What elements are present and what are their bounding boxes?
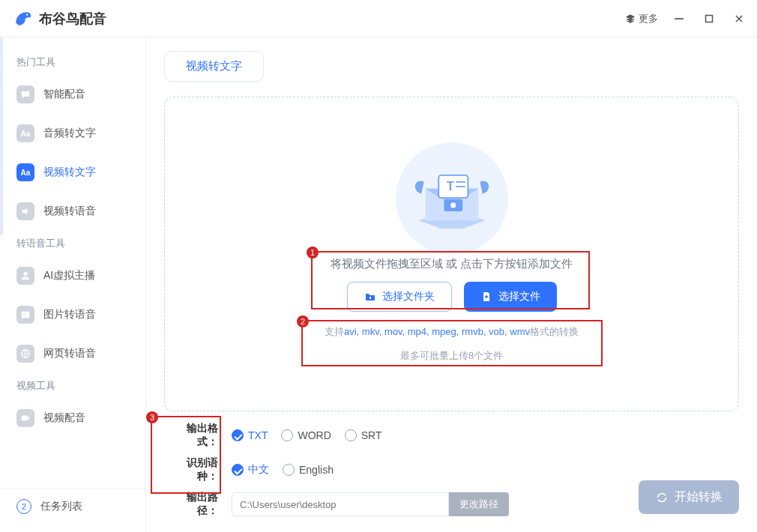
sidebar-item-label: 网页转语音 [43, 347, 96, 360]
label-language: 识别语种： [167, 456, 218, 483]
app-logo: 布谷鸟配音 [12, 8, 106, 29]
tab-video-to-text[interactable]: 视频转文字 [164, 51, 264, 82]
svg-rect-4 [22, 312, 30, 318]
sound-icon [16, 202, 34, 220]
folder-icon [364, 291, 376, 303]
bird-icon [12, 8, 33, 29]
sidebar: 热门工具 智能配音 音频转文字 视频转文字 视频转语音 转语音工具 AI虚拟主播… [0, 37, 146, 532]
titlebar: 布谷鸟配音 更多 [0, 0, 757, 37]
minimize-button[interactable] [673, 13, 685, 25]
change-path-button[interactable]: 更改路径 [449, 492, 509, 516]
sidebar-item-video-to-text[interactable]: 视频转文字 [0, 153, 145, 192]
svg-point-5 [23, 313, 25, 315]
image-icon [16, 306, 34, 324]
sidebar-item-audio-to-text[interactable]: 音频转文字 [0, 114, 145, 153]
row-language: 识别语种： 中文 English [167, 456, 739, 483]
label-output-format: 输出格式： [167, 422, 218, 449]
task-count-badge: 2 [16, 499, 31, 514]
section-hot-tools: 热门工具 [0, 49, 145, 75]
radio-txt[interactable]: TXT [232, 429, 268, 441]
radio-srt[interactable]: SRT [345, 429, 382, 441]
sidebar-item-label: 视频转语音 [43, 205, 96, 218]
svg-text:T: T [446, 180, 453, 193]
radio-english[interactable]: English [283, 464, 334, 476]
sidebar-item-label: 图片转语音 [43, 308, 96, 321]
select-file-button[interactable]: 选择文件 [464, 282, 557, 312]
sidebar-item-label: 视频配音 [43, 411, 85, 425]
sidebar-item-video-to-speech[interactable]: 视频转语音 [0, 192, 145, 231]
refresh-icon [655, 491, 669, 504]
section-video-tools: 视频工具 [0, 373, 145, 399]
sidebar-item-label: 视频转文字 [43, 166, 96, 179]
svg-rect-7 [22, 416, 28, 421]
row-output-format: 输出格式： TXT WORD SRT [167, 422, 739, 449]
sidebar-item-web-to-speech[interactable]: 网页转语音 [0, 334, 145, 373]
select-folder-button[interactable]: 选择文件夹 [347, 282, 452, 312]
close-button[interactable] [733, 13, 745, 25]
chat-icon [16, 85, 34, 103]
dropzone-text: 将视频文件拖拽至区域 或 点击下方按钮添加文件 [331, 257, 573, 271]
radio-word[interactable]: WORD [281, 429, 331, 441]
task-list-button[interactable]: 2 任务列表 [0, 488, 145, 525]
sidebar-item-image-to-speech[interactable]: 图片转语音 [0, 295, 145, 334]
dropzone[interactable]: T 将视频文件拖拽至区域 或 点击下方按钮添加文件 选择文件夹 选择文件 [164, 97, 739, 411]
svg-point-3 [23, 272, 27, 276]
support-text: 支持avi, mkv, mov, mp4, mpeg, rmvb, vob, w… [325, 325, 579, 339]
start-convert-button[interactable]: 开始转换 [639, 480, 739, 514]
more-button[interactable]: 更多 [625, 12, 658, 25]
svg-point-13 [450, 202, 456, 208]
sidebar-item-label: 音频转文字 [43, 127, 96, 140]
video-icon [16, 409, 34, 427]
sidebar-item-video-dub[interactable]: 视频配音 [0, 399, 145, 438]
sidebar-item-ai-anchor[interactable]: AI虚拟主播 [0, 256, 145, 295]
limit-text: 最多可批量上传8个文件 [400, 349, 503, 363]
globe-icon [16, 345, 34, 363]
person-icon [16, 267, 34, 285]
label-output-path: 输出路径： [167, 491, 218, 518]
sidebar-item-smart-dub[interactable]: 智能配音 [0, 75, 145, 114]
window-controls [673, 13, 745, 25]
svg-point-0 [26, 13, 28, 15]
file-add-icon [480, 291, 492, 303]
radio-chinese[interactable]: 中文 [232, 463, 269, 477]
maximize-button[interactable] [703, 13, 715, 25]
app-title: 布谷鸟配音 [39, 10, 106, 28]
content-area: 视频转文字 T 将视频文件拖拽至区域 或 点 [146, 37, 757, 532]
task-list-label: 任务列表 [40, 500, 82, 513]
output-path-input[interactable] [232, 492, 449, 516]
svg-rect-2 [706, 15, 713, 22]
aa-icon [16, 163, 34, 181]
sidebar-item-label: 智能配音 [43, 88, 85, 101]
section-tts-tools: 转语音工具 [0, 231, 145, 256]
upload-illustration: T [388, 146, 516, 251]
aa-icon [16, 124, 34, 142]
sidebar-item-label: AI虚拟主播 [43, 269, 95, 282]
stack-icon [625, 13, 636, 24]
